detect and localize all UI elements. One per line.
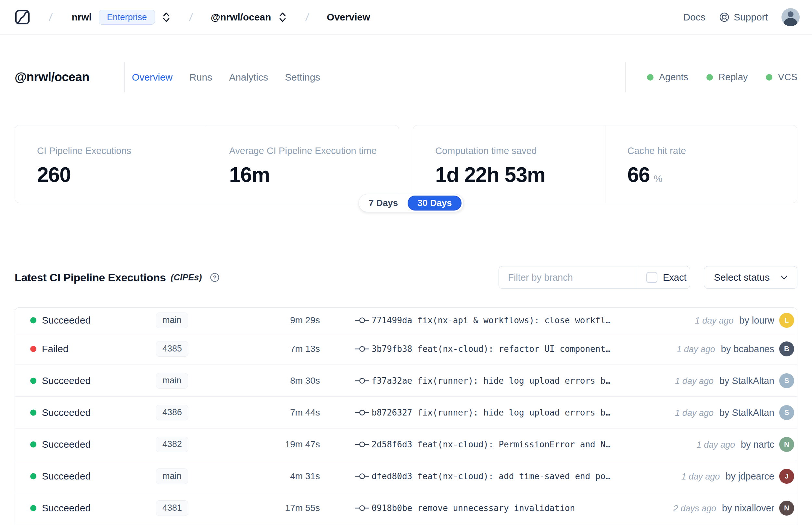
- branch-filter-input[interactable]: [499, 266, 637, 288]
- status-dot-icon: [30, 317, 36, 323]
- stat-computation-time-saved: Computation time saved 1d 22h 53m: [413, 125, 605, 203]
- range-7-days-button[interactable]: 7 Days: [359, 198, 408, 208]
- branch-badge[interactable]: 4385: [156, 341, 188, 357]
- breadcrumb-page: Overview: [327, 12, 370, 23]
- branch-badge[interactable]: 4381: [156, 500, 188, 516]
- green-status-dot-icon: [647, 74, 654, 80]
- breadcrumb-separator: /: [188, 11, 193, 24]
- table-row[interactable]: Succeeded main 9m 29s 771499da fix(nx-ap…: [15, 308, 797, 333]
- time-ago: 1 day ago: [696, 439, 735, 449]
- branch-badge[interactable]: 4386: [156, 405, 188, 420]
- author: by StalkAltan: [719, 407, 774, 418]
- author: by bcabanes: [721, 343, 774, 354]
- duration: 8m 30s: [239, 376, 320, 386]
- status-label: Succeeded: [42, 439, 91, 450]
- duration: 19m 47s: [239, 439, 320, 450]
- status-dot-icon: [30, 441, 36, 447]
- table-row[interactable]: Succeeded main 8m 30s f37a32ae fix(runne…: [15, 365, 797, 397]
- author-avatar: S: [779, 405, 794, 420]
- environment-statuses: Agents Replay VCS: [625, 62, 797, 92]
- commit-message[interactable]: 3b79fb38 feat(nx-cloud): refactor UI com…: [371, 344, 611, 354]
- table-row[interactable]: Succeeded 4386 7m 44s b8726327 fix(runne…: [15, 397, 797, 429]
- time-ago: 2 days ago: [673, 503, 716, 513]
- status-agents: Agents: [647, 72, 688, 82]
- row-meta: 2 days ago by nixallover: [673, 502, 774, 513]
- workspace-switcher-chevrons-icon[interactable]: [278, 12, 287, 23]
- status-replay: Replay: [706, 72, 748, 82]
- tab-settings[interactable]: Settings: [285, 72, 320, 83]
- branch-badge[interactable]: main: [156, 313, 188, 328]
- support-label: Support: [734, 12, 768, 23]
- status-dot-icon: [30, 505, 36, 511]
- nx-cloud-overview-page: / nrwl Enterprise / @nrwl/ocean / Overvi…: [0, 0, 812, 525]
- status-dot-icon: [30, 346, 36, 352]
- breadcrumb-workspace[interactable]: @nrwl/ocean: [211, 12, 271, 23]
- docs-link[interactable]: Docs: [684, 12, 705, 23]
- stats-section: CI Pipeline Executions 260 Average CI Pi…: [15, 125, 797, 203]
- header-divider: [124, 62, 125, 92]
- tab-runs[interactable]: Runs: [189, 72, 212, 83]
- table-row[interactable]: Succeeded 4381 17m 55s 0918b0be remove u…: [15, 492, 797, 524]
- author-avatar: L: [779, 313, 794, 328]
- stat-ci-pipeline-executions: CI Pipeline Executions 260: [15, 125, 207, 203]
- percent-suffix: %: [654, 173, 663, 184]
- nx-cloud-logo-icon[interactable]: [15, 10, 30, 25]
- author-avatar: J: [779, 469, 794, 484]
- stats-panel-right: Computation time saved 1d 22h 53m Cache …: [413, 125, 797, 203]
- commit-message[interactable]: f37a32ae fix(runner): hide log upload er…: [371, 376, 611, 386]
- status-label: Succeeded: [42, 375, 91, 386]
- commit-message[interactable]: 771499da fix(nx-api & workflows): close …: [371, 315, 611, 325]
- branch-badge[interactable]: main: [156, 468, 188, 484]
- cipe-table: Succeeded main 9m 29s 771499da fix(nx-ap…: [15, 308, 797, 525]
- header-divider: [625, 62, 626, 92]
- time-ago: 1 day ago: [675, 408, 714, 418]
- branch-badge[interactable]: main: [156, 373, 188, 389]
- tab-overview[interactable]: Overview: [132, 72, 172, 83]
- status-select-dropdown[interactable]: Select status: [704, 266, 797, 289]
- branch-badge[interactable]: 4382: [156, 437, 188, 452]
- git-commit-icon: [355, 376, 369, 385]
- duration: 17m 55s: [239, 503, 320, 513]
- exact-filter: Exact: [637, 266, 696, 288]
- table-row[interactable]: Succeeded 4382 19m 47s 2d58f6d3 feat(nx-…: [15, 429, 797, 460]
- table-row[interactable]: Failed 4385 7m 13s 3b79fb38 feat(nx-clou…: [15, 333, 797, 365]
- author-avatar: B: [779, 342, 794, 356]
- exact-label: Exact: [663, 272, 687, 283]
- commit-message[interactable]: 2d58f6d3 feat(nx-cloud): PermissionError…: [371, 439, 611, 449]
- user-avatar[interactable]: [781, 8, 800, 26]
- org-switcher-chevrons-icon[interactable]: [162, 12, 170, 23]
- row-meta: 1 day ago by lourw: [695, 315, 774, 326]
- status-label: Succeeded: [42, 407, 91, 418]
- tab-analytics[interactable]: Analytics: [229, 72, 268, 83]
- status-dot-icon: [30, 409, 36, 416]
- date-range-toggle: 7 Days 30 Days: [358, 194, 464, 212]
- status-dot-icon: [30, 473, 36, 479]
- cipe-table-body: Succeeded main 9m 29s 771499da fix(nx-ap…: [15, 308, 797, 524]
- git-commit-icon: [355, 408, 369, 417]
- plan-badge: Enterprise: [99, 10, 155, 25]
- support-link[interactable]: Support: [719, 12, 768, 23]
- range-30-days-button[interactable]: 30 Days: [408, 196, 461, 211]
- green-status-dot-icon: [766, 74, 772, 80]
- author: by jdpearce: [725, 471, 774, 481]
- time-ago: 1 day ago: [675, 376, 714, 386]
- status-vcs: VCS: [766, 72, 797, 82]
- table-row[interactable]: Succeeded main 4m 31s dfed80d3 feat(nx-c…: [15, 460, 797, 492]
- commit-message[interactable]: b8726327 fix(runner): hide log upload er…: [371, 408, 611, 418]
- row-meta: 1 day ago by StalkAltan: [675, 375, 774, 386]
- row-meta: 1 day ago by StalkAltan: [675, 407, 774, 418]
- commit-message[interactable]: 0918b0be remove unnecessary invalidation: [371, 503, 575, 513]
- chevron-down-icon: [780, 273, 788, 282]
- row-meta: 1 day ago by bcabanes: [677, 343, 774, 354]
- exact-checkbox[interactable]: [646, 272, 657, 283]
- breadcrumb-org[interactable]: nrwl: [72, 12, 92, 23]
- topbar: / nrwl Enterprise / @nrwl/ocean / Overvi…: [0, 0, 812, 35]
- git-commit-icon: [355, 344, 369, 354]
- author: by StalkAltan: [719, 375, 774, 386]
- git-commit-icon: [355, 316, 369, 325]
- help-icon[interactable]: ?: [210, 273, 219, 282]
- duration: 7m 44s: [239, 407, 320, 418]
- stat-average-execution-time: Average CI Pipeline Execution time 16m: [207, 125, 399, 203]
- time-ago: 1 day ago: [677, 344, 715, 354]
- commit-message[interactable]: dfed80d3 feat(nx-cloud): add time-saved …: [371, 471, 611, 481]
